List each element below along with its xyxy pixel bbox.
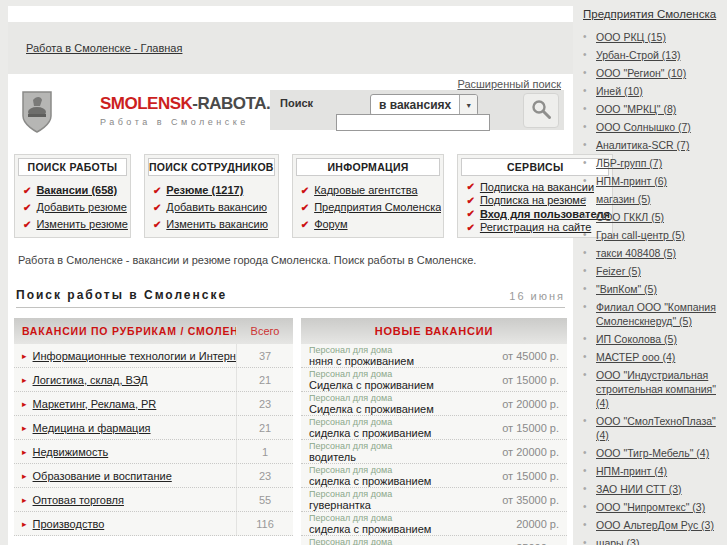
company-link[interactable]: НПМ-принт (6) (596, 175, 667, 187)
category-link[interactable]: Логистика, склад, ВЭД (33, 374, 148, 386)
company-link[interactable]: ООО "Тигр-Мебель" (4) (596, 447, 709, 459)
date-label: 16 июня (509, 290, 565, 302)
company-link[interactable]: "ВипКом" (5) (596, 283, 657, 295)
menu-box-title: ПОИСК РАБОТЫ (18, 158, 127, 176)
vacancy-category: Персонал для дома (309, 369, 434, 379)
bullet-icon: • (583, 66, 587, 80)
breadcrumb-home-link[interactable]: Работа в Смоленске - Главная (26, 42, 182, 54)
menu-item-link[interactable]: Изменить резюме (36, 218, 128, 230)
vacancy-title: гувернантка (309, 499, 392, 511)
advanced-search-link[interactable]: Расширенный поиск (457, 78, 561, 90)
company-link[interactable]: ООО "СмолТехноПлаза" (4) (596, 415, 716, 441)
list-item: • шары (3) (581, 536, 723, 545)
table-row[interactable]: Персонал для дома водитель от 20000 р. (301, 440, 567, 464)
list-item: • ООО "МРКЦ" (8) (581, 102, 723, 116)
table-row[interactable]: Персонал для дома няня 25000 р. (301, 536, 567, 545)
menu-item-link[interactable]: Вакансии (658) (36, 184, 117, 196)
category-link[interactable]: Маркетинг, Реклама, PR (33, 398, 157, 410)
search-input[interactable] (336, 114, 490, 131)
menu-item-link[interactable]: Изменить вакансию (166, 218, 268, 230)
category-link[interactable]: Образование и воспитание (33, 470, 172, 482)
company-link[interactable]: ООО "Нипромтекс" (3) (596, 501, 705, 513)
company-link[interactable]: Аналитика-SCR (7) (596, 139, 689, 151)
search-button[interactable] (523, 93, 559, 128)
menu-item[interactable]: ✔ Изменить вакансию (153, 218, 276, 230)
company-link[interactable]: магазин (5) (596, 193, 651, 205)
menu-box-title: ПОИСК СОТРУДНИКОВ (148, 158, 275, 176)
menu-item-link[interactable]: Резюме (1217) (166, 184, 243, 196)
list-item: • ООО "Регион" (10) (581, 66, 723, 80)
company-link[interactable]: шары (3) (596, 537, 639, 545)
company-link[interactable]: ООО "МРКЦ" (8) (596, 103, 676, 115)
company-link[interactable]: НПМ-принт (4) (596, 465, 667, 477)
search-label: Поиск (280, 97, 316, 109)
arrow-right-icon: ▸ (22, 495, 27, 505)
vacancy-category: Персонал для дома (309, 345, 414, 355)
menu-item-link[interactable]: Кадровые агентства (314, 184, 417, 196)
company-link[interactable]: ООО Солнышко (7) (596, 121, 691, 133)
menu-item-link[interactable]: Добавить вакансию (166, 201, 267, 213)
menu-item-link[interactable]: Регистрация на сайте (480, 221, 591, 233)
table-row[interactable]: Персонал для дома сиделка с проживанием … (301, 464, 567, 488)
vacancy-title: сиделка с проживанием (309, 523, 431, 535)
menu-item[interactable]: ✔ Предприятия Смоленска (301, 201, 442, 213)
category-link[interactable]: Недвижимость (33, 446, 109, 458)
category-link[interactable]: Оптовая торговля (33, 494, 124, 506)
company-link[interactable]: Филиал ООО "Компания Смоленскнеруд" (5) (596, 301, 716, 327)
company-link[interactable]: ООО "Регион" (10) (596, 67, 686, 79)
arrow-right-icon: ▸ (22, 471, 27, 481)
company-link[interactable]: ООО "Индустриальная строительная компани… (596, 369, 716, 409)
chevron-down-icon[interactable]: ▼ (459, 95, 477, 115)
company-link[interactable]: ИП Соколова (5) (596, 333, 677, 345)
bullet-icon: • (583, 156, 587, 170)
menu-item-link[interactable]: Подписка на вакансии (480, 181, 594, 193)
menu-item-link[interactable]: Предприятия Смоленска (314, 201, 441, 213)
vacancy-category: Персонал для дома (309, 537, 392, 545)
menu-item[interactable]: ✔ Форум (301, 218, 442, 230)
category-count: 23 (236, 392, 293, 415)
company-link[interactable]: ООО РКЦ (15) (596, 31, 666, 43)
menu-item[interactable]: ✔ Добавить вакансию (153, 201, 276, 213)
menu-item[interactable]: ✔ Вакансии (658) (23, 184, 128, 196)
table-row[interactable]: Персонал для дома няня с проживанием от … (301, 344, 567, 368)
category-count: 23 (236, 464, 293, 487)
search-scope-select[interactable]: в вакансиях ▼ (370, 94, 478, 116)
menu-item-link[interactable]: Подписка на резюме (480, 194, 586, 206)
company-link[interactable]: ЗАО НИИ СТТ (3) (596, 483, 682, 495)
menu-item[interactable]: ✔ Добавить резюме (23, 201, 128, 213)
company-link[interactable]: ЛБР-групп (7) (596, 157, 662, 169)
check-icon: ✔ (23, 219, 31, 230)
search-icon (530, 98, 552, 124)
vacancy-salary: от 45000 р. (502, 350, 559, 362)
menu-item[interactable]: ✔ Резюме (1217) (153, 184, 276, 196)
table-row[interactable]: Персонал для дома сиделка с проживанием … (301, 512, 567, 536)
table-row[interactable]: Персонал для дома сиделка с проживанием … (301, 416, 567, 440)
category-link[interactable]: Информационные технологии и Интернет (33, 350, 236, 362)
company-link[interactable]: МАСТЕР ооо (4) (596, 351, 675, 363)
company-link[interactable]: Feizer (5) (596, 265, 641, 277)
company-link[interactable]: Иней (10) (596, 85, 643, 97)
menu-item-link[interactable]: Форум (314, 218, 347, 230)
menu-item[interactable]: ✔ Изменить резюме (23, 218, 128, 230)
search-bar: Поиск в вакансиях ▼ (270, 90, 564, 130)
menu-box-employee-search: ПОИСК СОТРУДНИКОВ ✔ Резюме (1217) ✔ Доба… (144, 154, 279, 238)
menu-item[interactable]: ✔ Кадровые агентства (301, 184, 442, 196)
category-link[interactable]: Производство (33, 518, 105, 530)
menu-item-link[interactable]: Добавить резюме (36, 201, 127, 213)
table-row[interactable]: Персонал для дома Сиделка с проживанием … (301, 392, 567, 416)
company-link[interactable]: ООО АльтерДом Рус (3) (596, 519, 714, 531)
check-icon: ✔ (466, 195, 474, 206)
company-link[interactable]: ООО ГККЛ (5) (596, 211, 664, 223)
company-link[interactable]: Урбан-Строй (13) (596, 49, 680, 61)
company-link[interactable]: Гран call-центр (5) (596, 229, 685, 241)
company-link[interactable]: такси 408408 (5) (596, 247, 676, 259)
intro-text: Работа в Смоленске - вакансии и резюме г… (18, 254, 565, 266)
companies-header-link[interactable]: Предприятия Смоленска (583, 8, 723, 20)
table-row: ▸ Информационные технологии и Интернет 3… (14, 344, 293, 368)
check-icon: ✔ (153, 202, 161, 213)
category-link[interactable]: Медицина и фармация (33, 422, 151, 434)
bullet-icon: • (583, 84, 587, 98)
vacancy-category: Персонал для дома (309, 513, 431, 523)
table-row[interactable]: Персонал для дома гувернантка от 35000 р… (301, 488, 567, 512)
table-row[interactable]: Персонал для дома Сиделка с проживанием … (301, 368, 567, 392)
